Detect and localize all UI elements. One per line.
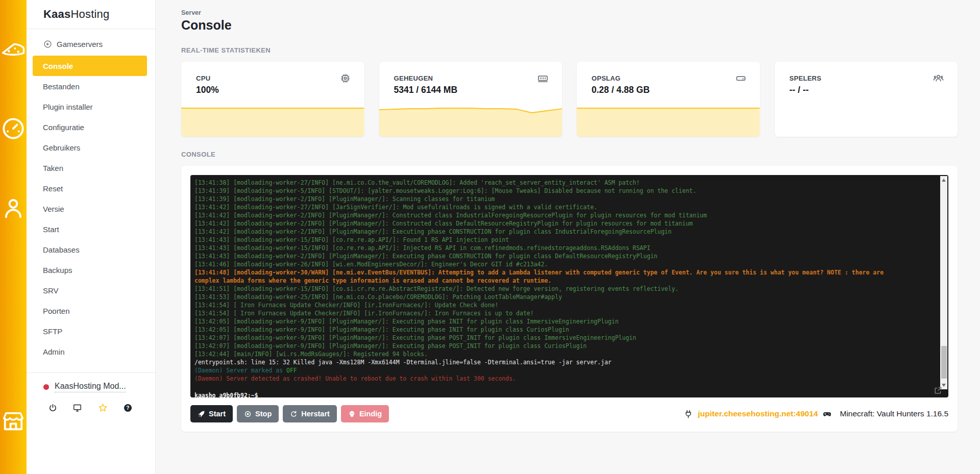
console-line: [13:42:07] [modloading-worker-9/INFO] [P… <box>194 334 931 342</box>
sidebar-item-sftp[interactable]: SFTP <box>33 321 147 341</box>
store-icon[interactable] <box>0 381 27 461</box>
hdd-icon <box>735 72 747 84</box>
eindig-button[interactable]: Eindig <box>341 405 389 422</box>
stat-card-spelers: SPELERS-- / -- <box>775 62 958 137</box>
stat-card-geheugen: GEHEUGEN5341 / 6144 MB <box>379 62 562 137</box>
stat-cards: CPU100%GEHEUGEN5341 / 6144 MBOPSLAG0.28 … <box>181 62 958 137</box>
console-prompt[interactable]: kaasho_a9b0fb92:~$ <box>194 391 931 397</box>
brand-bold: Kaas <box>43 8 70 21</box>
console-line: (Daemon) Server detected as crashed! Una… <box>194 375 931 383</box>
star-icon[interactable] <box>97 403 108 413</box>
left-rail <box>0 0 27 474</box>
sidebar-item-admin[interactable]: Admin <box>33 341 147 362</box>
sidebar-item-gebruikers[interactable]: Gebruikers <box>33 137 147 158</box>
server-address-link[interactable]: jupiter.cheesehosting.net:49014 <box>698 409 818 418</box>
sidebar-item-plugin-installer[interactable]: Plugin installer <box>33 96 147 117</box>
server-name: KaasHosting Mod... <box>55 382 126 392</box>
scrollbar-thumb[interactable] <box>941 346 947 379</box>
server-status-dot <box>43 384 49 390</box>
user-icon[interactable] <box>0 168 27 248</box>
plug-icon <box>683 409 693 419</box>
skull-icon <box>348 410 356 418</box>
server-selector[interactable]: KaasHosting Mod... <box>43 382 155 392</box>
button-label: Start <box>209 410 226 418</box>
terminal-scrollbar[interactable] <box>940 176 947 389</box>
console-line: [13:41:51] [modloading-worker-15/INFO] [… <box>194 285 931 293</box>
sidebar-item-start[interactable]: Start <box>33 219 147 239</box>
stop-button[interactable]: Stop <box>237 405 279 422</box>
stat-card-value: 0.28 / 4.88 GB <box>592 85 650 95</box>
start-button[interactable]: Start <box>190 405 233 422</box>
console-line: [13:41:42] [modloading-worker-27/INFO] [… <box>194 203 931 211</box>
back-link-label: Gameservers <box>57 40 103 48</box>
scroll-down-arrow-icon[interactable] <box>942 384 946 387</box>
ram-icon <box>537 72 549 84</box>
console-line: /entrypoint.sh: line 15: 32 Killed java … <box>194 358 931 366</box>
console-line: [13:41:53] [modloading-worker-25/INFO] [… <box>194 293 931 301</box>
rail-bottom-icons <box>0 381 27 461</box>
sidebar-item-poorten[interactable]: Poorten <box>33 301 147 321</box>
console-line: (Daemon) Server marked as OFF <box>194 366 931 375</box>
monitor-icon[interactable] <box>72 403 82 413</box>
stat-card-value: 100% <box>196 85 219 95</box>
power-icon[interactable] <box>48 403 58 413</box>
stat-card-cpu: CPU100% <box>181 62 364 137</box>
brand-logo[interactable]: KaasHosting <box>27 0 155 29</box>
back-to-gameservers-link[interactable]: Gameservers <box>43 40 155 48</box>
page-eyebrow: Server <box>181 9 958 16</box>
console-line: complex lambda forms where the generic t… <box>194 277 931 285</box>
restart-icon <box>290 410 298 418</box>
sidebar-item-reset[interactable]: Reset <box>33 178 147 198</box>
dashboard-gauge-icon[interactable] <box>0 89 27 168</box>
page-title: Console <box>181 18 958 33</box>
sidebar-footer-icons: ? <box>48 403 133 413</box>
rail-top-icons <box>0 9 27 89</box>
console-line: [13:42:05] [modloading-worker-9/INFO] [P… <box>194 317 931 326</box>
stop-circle-icon <box>244 410 252 418</box>
stat-card-title: SPELERS <box>790 74 822 82</box>
console-line: [13:42:07] [modloading-worker-9/INFO] [P… <box>194 342 931 350</box>
stat-card-value: -- / -- <box>790 85 809 95</box>
console-line: [13:41:39] [modloading-worker-2/INFO] [P… <box>194 195 931 203</box>
sidebar-item-versie[interactable]: Versie <box>33 198 147 219</box>
console-card: [13:41:38] [modloading-worker-27/INFO] [… <box>181 166 958 432</box>
sidebar-item-console[interactable]: Console <box>33 56 147 76</box>
console-section-label: CONSOLE <box>181 151 958 158</box>
scroll-up-arrow-icon[interactable] <box>942 179 946 182</box>
console-line: [13:41:43] [modloading-worker-15/INFO] [… <box>194 236 931 244</box>
console-line: [13:41:39] [modloading-worker-5/INFO] [S… <box>194 187 931 195</box>
stat-card-opslag: OPSLAG0.28 / 4.88 GB <box>577 62 760 137</box>
players-icon <box>933 72 944 84</box>
usage-sparkline-chart <box>379 107 562 137</box>
sidebar: KaasHosting Gameservers ConsoleBestanden… <box>27 0 156 474</box>
console-line: [13:41:43] [modloading-worker-2/INFO] [P… <box>194 252 931 260</box>
sidebar-item-bestanden[interactable]: Bestanden <box>33 76 147 96</box>
sidebar-item-backups[interactable]: Backups <box>33 260 147 280</box>
stat-card-title: CPU <box>196 74 210 82</box>
console-line: [13:42:05] [modloading-worker-9/INFO] [P… <box>194 326 931 334</box>
herstart-button[interactable]: Herstart <box>283 405 337 422</box>
sidebar-item-databases[interactable]: Databases <box>33 239 147 260</box>
stats-section-label: REAL-TIME STATISTIEKEN <box>181 46 958 54</box>
help-icon[interactable]: ? <box>123 403 133 413</box>
usage-sparkline-chart <box>181 107 364 137</box>
cheese-logo-icon[interactable] <box>0 9 27 89</box>
button-label: Stop <box>255 410 272 418</box>
open-fullscreen-icon[interactable] <box>934 386 942 395</box>
server-footer-info: jupiter.cheesehosting.net:49014 Minecraf… <box>683 409 948 419</box>
button-label: Herstart <box>301 410 330 418</box>
sidebar-item-taken[interactable]: Taken <box>33 158 147 178</box>
sidebar-item-srv[interactable]: SRV <box>33 280 147 301</box>
svg-text:?: ? <box>126 405 129 411</box>
console-line: [13:41:42] [modloading-worker-2/INFO] [P… <box>194 211 931 219</box>
console-line: [13:41:54] [ Iron Furnaces Update Checke… <box>194 301 931 309</box>
app-canvas: KaasHosting Gameservers ConsoleBestanden… <box>0 0 980 474</box>
action-buttons: StartStopHerstartEindig <box>190 405 393 422</box>
game-name: Minecraft: Vault Hunters 1.16.5 <box>840 409 948 418</box>
console-line: [13:41:43] [modloading-worker-15/INFO] [… <box>194 244 931 252</box>
brand-rest: Hosting <box>70 8 109 21</box>
console-terminal[interactable]: [13:41:38] [modloading-worker-27/INFO] [… <box>190 175 948 397</box>
logout-icon[interactable] <box>0 461 27 474</box>
circle-arrow-left-icon <box>43 40 52 48</box>
sidebar-item-configuratie[interactable]: Configuratie <box>33 117 147 137</box>
